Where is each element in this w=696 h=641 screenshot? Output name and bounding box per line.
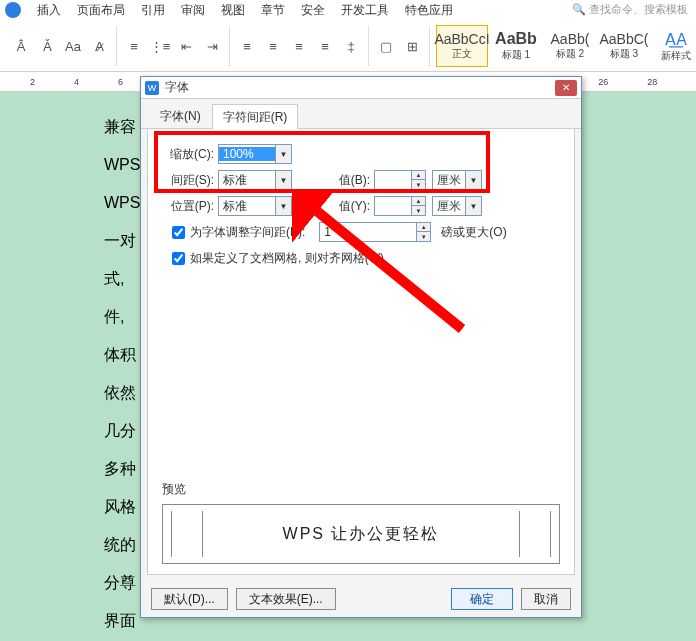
borders-icon[interactable]: ⊞ (401, 35, 423, 57)
dialog-title: 字体 (165, 79, 189, 96)
menu-special[interactable]: 特色应用 (405, 2, 453, 19)
style-h3[interactable]: AaBbC(标题 3 (598, 25, 650, 67)
preview-box: WPS 让办公更轻松 (162, 504, 560, 564)
spacing-val-label: 值(B): (332, 172, 370, 189)
position-label: 位置(P): (162, 198, 214, 215)
wps-icon: W (145, 81, 159, 95)
menu-devtools[interactable]: 开发工具 (341, 2, 389, 19)
dialog-titlebar[interactable]: W 字体 ✕ (141, 77, 581, 99)
menu-view[interactable]: 视图 (221, 2, 245, 19)
kerning-label: 为字体调整字间距(K): (190, 224, 305, 241)
preview-label: 预览 (162, 481, 560, 498)
grid-label: 如果定义了文档网格, 则对齐网格(W) (190, 250, 384, 267)
shading-icon[interactable]: ▢ (375, 35, 397, 57)
default-button[interactable]: 默认(D)... (151, 588, 228, 610)
chevron-down-icon: ▼ (275, 171, 291, 189)
font-size-down-icon[interactable]: Ǎ (36, 35, 58, 57)
kerning-value-spin[interactable]: 1▲▼ (319, 222, 431, 242)
chevron-down-icon: ▼ (275, 197, 291, 215)
spacing-unit-combo[interactable]: 厘米▼ (432, 170, 482, 190)
document-text[interactable]: 兼容WPSWPS一对式, 件,体积依然几分多种风格统的分尊界面 (104, 108, 140, 640)
align-left-icon[interactable]: ≡ (236, 35, 258, 57)
new-style-button[interactable]: A͟A 新样式 (656, 25, 696, 67)
align-center-icon[interactable]: ≡ (262, 35, 284, 57)
ribbon: 插入 页面布局 引用 审阅 视图 章节 安全 开发工具 特色应用 🔍 查找命令、… (0, 0, 696, 72)
position-combo[interactable]: 标准▼ (218, 196, 292, 216)
spacing-combo[interactable]: 标准▼ (218, 170, 292, 190)
tab-spacing[interactable]: 字符间距(R) (212, 104, 299, 129)
spacing-label: 间距(S): (162, 172, 214, 189)
line-spacing-icon[interactable]: ‡ (340, 35, 362, 57)
close-button[interactable]: ✕ (555, 80, 577, 96)
position-unit-combo[interactable]: 厘米▼ (432, 196, 482, 216)
style-h2[interactable]: AaBb(标题 2 (544, 25, 596, 67)
change-case-icon[interactable]: Aa (62, 35, 84, 57)
kerning-checkbox[interactable] (172, 226, 185, 239)
dialog-body: 缩放(C): 100%▼ 间距(S): 标准▼ 值(B): ▲▼ 厘米▼ 位置(… (147, 129, 575, 575)
ribbon-row: Â Ǎ Aa A̷ ≡ ⋮≡ ⇤ ⇥ ≡ ≡ ≡ ≡ ‡ ▢ ⊞ AaBbCc… (0, 20, 696, 72)
menu-layout[interactable]: 页面布局 (77, 2, 125, 19)
search-box[interactable]: 🔍 查找命令、搜索模板 (572, 2, 688, 17)
align-right-icon[interactable]: ≡ (288, 35, 310, 57)
outdent-icon[interactable]: ⇤ (175, 35, 197, 57)
menu-security[interactable]: 安全 (301, 2, 325, 19)
clear-format-icon[interactable]: A̷ (88, 35, 110, 57)
align-justify-icon[interactable]: ≡ (314, 35, 336, 57)
scale-combo[interactable]: 100%▼ (218, 144, 292, 164)
style-gallery: AaBbCcI正文 AaBb标题 1 AaBb(标题 2 AaBbC(标题 3 (436, 25, 650, 67)
style-normal[interactable]: AaBbCcI正文 (436, 25, 488, 67)
bullets-icon[interactable]: ≡ (123, 35, 145, 57)
cancel-button[interactable]: 取消 (521, 588, 571, 610)
menu-insert[interactable]: 插入 (37, 2, 61, 19)
tab-font[interactable]: 字体(N) (149, 103, 212, 128)
position-value-spin[interactable]: ▲▼ (374, 196, 426, 216)
chevron-down-icon: ▼ (465, 171, 481, 189)
app-icon (5, 2, 21, 18)
text-effects-button[interactable]: 文本效果(E)... (236, 588, 336, 610)
dialog-tabs: 字体(N) 字符间距(R) (141, 103, 581, 129)
preview-text: WPS 让办公更轻松 (283, 524, 440, 545)
numbering-icon[interactable]: ⋮≡ (149, 35, 171, 57)
new-style-icon: A͟A (665, 30, 687, 49)
grid-checkbox[interactable] (172, 252, 185, 265)
dialog-footer: 默认(D)... 文本效果(E)... 确定 取消 (141, 581, 581, 617)
indent-icon[interactable]: ⇥ (201, 35, 223, 57)
menu-sections[interactable]: 章节 (261, 2, 285, 19)
ok-button[interactable]: 确定 (451, 588, 513, 610)
chevron-down-icon: ▼ (275, 145, 291, 163)
menu-references[interactable]: 引用 (141, 2, 165, 19)
menu-review[interactable]: 审阅 (181, 2, 205, 19)
font-size-up-icon[interactable]: Â (10, 35, 32, 57)
spacing-value-spin[interactable]: ▲▼ (374, 170, 426, 190)
font-dialog: W 字体 ✕ 字体(N) 字符间距(R) 缩放(C): 100%▼ 间距(S):… (140, 76, 582, 618)
kerning-unit-label: 磅或更大(O) (441, 224, 506, 241)
position-val-label: 值(Y): (332, 198, 370, 215)
chevron-down-icon: ▼ (465, 197, 481, 215)
scale-label: 缩放(C): (162, 146, 214, 163)
style-h1[interactable]: AaBb标题 1 (490, 25, 542, 67)
